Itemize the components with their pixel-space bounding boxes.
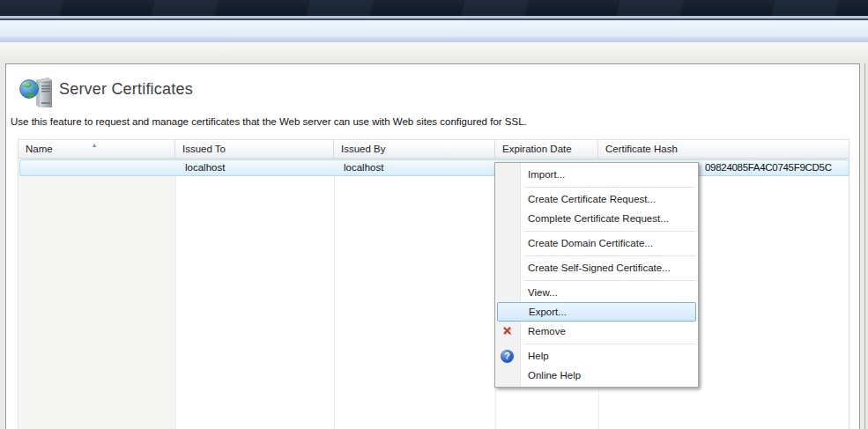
column-header-label: Name bbox=[26, 144, 53, 154]
remove-icon: ✕ bbox=[502, 322, 512, 341]
column-header-label: Certificate Hash bbox=[605, 144, 678, 154]
menu-item-label: Create Certificate Request... bbox=[528, 194, 656, 204]
menu-separator bbox=[524, 255, 695, 256]
menu-item-help[interactable]: ? Help bbox=[495, 346, 698, 366]
menu-item-export[interactable]: Export... bbox=[497, 302, 696, 322]
menu-item-create-self-signed-certificate[interactable]: Create Self-Signed Certificate... bbox=[495, 258, 698, 277]
sorted-column-shading bbox=[19, 176, 175, 429]
certificate-row-selected[interactable]: localhost localhost 09824085FA4C0745F9CD… bbox=[19, 159, 849, 176]
menu-item-label: Complete Certificate Request... bbox=[528, 213, 669, 224]
window-titlebar[interactable] bbox=[0, 0, 868, 16]
menu-separator bbox=[524, 187, 695, 188]
page-title: Server Certificates bbox=[59, 80, 193, 99]
menu-item-create-domain-certificate[interactable]: Create Domain Certificate... bbox=[495, 233, 698, 253]
list-header-row: Name ▴ Issued To Issued By Expiration Da… bbox=[19, 140, 849, 159]
menu-item-remove[interactable]: ✕ Remove bbox=[495, 322, 698, 341]
column-header-label: Issued To bbox=[182, 144, 226, 154]
menu-item-import[interactable]: Import... bbox=[495, 165, 698, 184]
column-header-certificate-hash[interactable]: Certificate Hash bbox=[598, 140, 849, 158]
menu-separator bbox=[524, 344, 695, 344]
column-header-label: Issued By bbox=[341, 144, 386, 154]
feature-panel: Server Certificates Use this feature to … bbox=[5, 63, 860, 429]
certificates-list: Name ▴ Issued To Issued By Expiration Da… bbox=[18, 139, 849, 429]
menu-item-view[interactable]: View... bbox=[495, 283, 698, 302]
menu-item-label: Create Domain Certificate... bbox=[528, 238, 653, 248]
column-header-label: Expiration Date bbox=[502, 144, 572, 154]
context-menu: Import... Create Certificate Request... … bbox=[494, 162, 699, 388]
menu-item-complete-certificate-request[interactable]: Complete Certificate Request... bbox=[495, 209, 698, 228]
cell-issued-by: localhost bbox=[344, 160, 383, 175]
menu-item-label: Import... bbox=[528, 169, 565, 180]
window-edge bbox=[864, 63, 865, 429]
help-icon: ? bbox=[501, 350, 514, 363]
sort-ascending-icon: ▴ bbox=[93, 140, 96, 151]
cell-issued-to: localhost bbox=[185, 160, 225, 175]
column-header-issued-to[interactable]: Issued To bbox=[175, 140, 334, 158]
column-header-issued-by[interactable]: Issued By bbox=[334, 140, 495, 158]
menu-item-label: Create Self-Signed Certificate... bbox=[528, 263, 671, 273]
toolbar-band bbox=[0, 20, 868, 37]
menu-item-label: Online Help bbox=[528, 370, 581, 381]
cell-certificate-hash: 09824085FA4C0745F9CD5C bbox=[705, 160, 832, 175]
server-certificates-icon bbox=[19, 76, 56, 111]
menu-item-label: View... bbox=[528, 287, 558, 298]
feature-description: Use this feature to request and manage c… bbox=[11, 116, 527, 127]
menu-separator bbox=[524, 280, 695, 281]
column-header-name[interactable]: Name ▴ bbox=[19, 140, 175, 158]
menu-separator bbox=[524, 231, 695, 232]
column-gridline bbox=[175, 159, 176, 429]
column-gridline bbox=[334, 159, 335, 429]
menu-item-label: Help bbox=[528, 351, 549, 361]
menu-item-create-certificate-request[interactable]: Create Certificate Request... bbox=[495, 189, 698, 209]
content-background-fade bbox=[0, 42, 868, 63]
menu-item-label: Remove bbox=[528, 326, 566, 337]
column-header-expiration-date[interactable]: Expiration Date bbox=[495, 140, 598, 158]
menu-item-label: Export... bbox=[529, 307, 567, 317]
menu-item-online-help[interactable]: Online Help bbox=[495, 366, 698, 385]
